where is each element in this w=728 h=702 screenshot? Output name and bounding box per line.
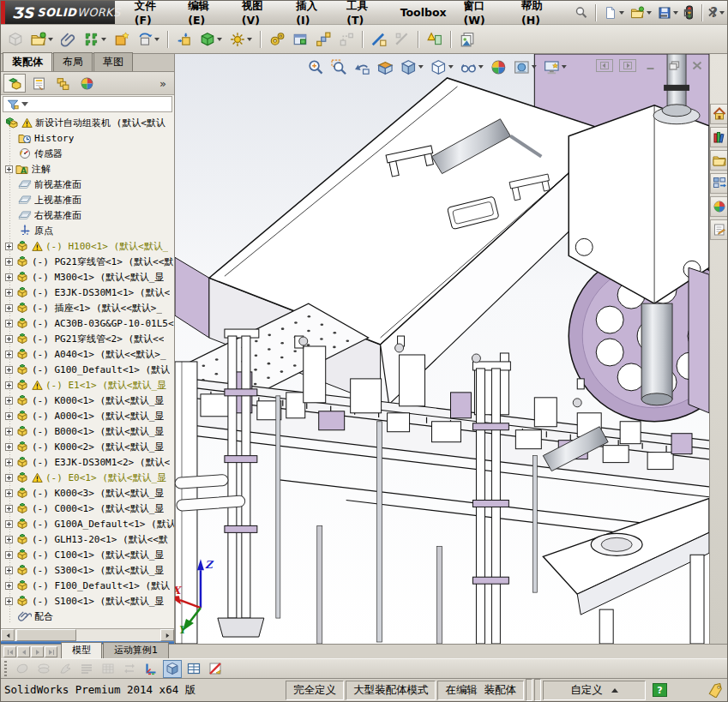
expander-icon[interactable] xyxy=(5,597,13,605)
tree-item-component[interactable]: (-) M300<1> (默认<默认_显 xyxy=(3,269,174,285)
minimize-button[interactable] xyxy=(655,5,674,20)
dropdown-caret[interactable] xyxy=(478,65,483,69)
tree-item-component[interactable]: (-) A040<1> (默认<<默认>_ xyxy=(3,346,174,362)
new-window-button[interactable] xyxy=(289,27,311,51)
tree-item-component[interactable]: (-) A000<1> (默认<默认_显 xyxy=(3,408,174,423)
expander-icon[interactable] xyxy=(5,165,13,173)
tree-item-component[interactable]: (-) E0<1> (默认<默认_显 xyxy=(3,470,174,485)
featuremanager-tab[interactable] xyxy=(3,74,26,93)
expander-icon[interactable] xyxy=(5,335,13,343)
solidworks-resources-button[interactable] xyxy=(710,104,727,124)
doc-close-button[interactable] xyxy=(689,59,706,72)
section-view-button[interactable] xyxy=(374,57,395,77)
dropdown-caret[interactable] xyxy=(217,38,222,41)
toolbar-grip[interactable] xyxy=(4,661,7,676)
expander-icon[interactable] xyxy=(5,258,13,266)
view-settings-button[interactable] xyxy=(540,57,569,77)
expander-icon[interactable] xyxy=(5,320,13,327)
playback-lines-button[interactable] xyxy=(77,660,96,678)
study-tab[interactable]: 运动算例1 xyxy=(103,642,169,658)
expander-icon[interactable] xyxy=(5,551,13,559)
tree-item-component[interactable]: (-) PG21穿线管<2> (默认<< xyxy=(3,331,174,346)
tree-item-origin[interactable]: 原点 xyxy=(3,223,174,238)
tab-scroll-prev-button[interactable] xyxy=(17,646,30,657)
custom-units-selector[interactable]: 自定义 xyxy=(543,681,646,700)
scroll-left-button[interactable] xyxy=(1,629,15,641)
tree-item-right-plane[interactable]: 右视基准面 xyxy=(3,207,174,223)
dropdown-caret[interactable] xyxy=(448,65,453,69)
component-pattern-button[interactable] xyxy=(81,27,110,51)
tree-item-top-plane[interactable]: 上视基准面 xyxy=(3,192,174,207)
dropdown-caret[interactable] xyxy=(647,11,652,15)
mate-button[interactable] xyxy=(57,27,80,51)
dropdown-caret[interactable] xyxy=(561,65,566,69)
tree-item-annotations[interactable]: A 注解 xyxy=(3,161,174,177)
panel-tab[interactable]: 装配体 xyxy=(3,52,52,71)
tree-item-component[interactable]: (-) K000<2> (默认<默认_显 xyxy=(3,439,174,454)
doc-minimize-button[interactable] xyxy=(642,59,659,72)
expander-icon[interactable] xyxy=(5,582,13,590)
view-palette-button[interactable] xyxy=(710,173,727,194)
tree-item-component[interactable]: (-) AC30B-03G&GP-10-01L5< xyxy=(3,315,174,331)
dropdown-caret[interactable] xyxy=(531,65,536,69)
menu-item[interactable]: 工具(T) xyxy=(339,0,390,29)
tree-root[interactable]: 新设计自动组装机 (默认<默认 xyxy=(3,115,174,130)
exploded-view-button[interactable] xyxy=(312,27,334,51)
tree-horizontal-scrollbar[interactable] xyxy=(1,628,174,641)
tree-item-component[interactable]: (-) G100_Default<1> (默认 xyxy=(3,362,174,377)
assembly-features-button[interactable] xyxy=(196,27,226,51)
tree-item-component[interactable]: (-) E1<1> (默认<默认_显 xyxy=(3,377,174,393)
expander-icon[interactable] xyxy=(5,536,13,543)
tree-item-history[interactable]: History xyxy=(3,130,174,146)
smart-fasteners-button[interactable] xyxy=(226,27,256,51)
displaymanager-tab[interactable] xyxy=(75,74,98,93)
scrollbar-thumb[interactable] xyxy=(16,629,76,641)
dropdown-caret[interactable] xyxy=(619,11,624,15)
expander-icon[interactable] xyxy=(5,489,13,497)
expander-icon[interactable] xyxy=(5,412,13,420)
tree-item-component[interactable]: (-) H100<1> (默认<默认_ xyxy=(3,238,174,254)
search-button[interactable] xyxy=(572,3,591,22)
menu-item[interactable]: 编辑(E) xyxy=(180,0,232,29)
expander-icon[interactable] xyxy=(5,304,13,312)
doc-restore-button[interactable] xyxy=(665,59,683,72)
filter-caret[interactable] xyxy=(21,102,28,106)
new-document-button[interactable] xyxy=(601,3,627,22)
expander-icon[interactable] xyxy=(5,381,13,389)
dropdown-caret[interactable] xyxy=(48,38,53,41)
3d-model-canvas[interactable]: Z X Y xyxy=(175,54,709,644)
dropdown-caret[interactable] xyxy=(101,38,106,41)
tree-item-component[interactable]: (-) B000<1> (默认<默认_显 xyxy=(3,423,174,439)
tree-item-component[interactable]: (-) 插座<1> (默认<<默认>_ xyxy=(3,300,174,315)
orientation-lock-button[interactable] xyxy=(141,660,160,678)
display-style-button[interactable] xyxy=(427,57,455,77)
file-explorer-button[interactable] xyxy=(710,150,727,171)
expander-icon[interactable] xyxy=(5,366,13,374)
tree-filter[interactable] xyxy=(3,96,172,112)
tree-item-component[interactable]: (-) G100A_Default<1> (默认 xyxy=(3,516,174,531)
tree-item-component[interactable]: (-) E3JK-DS30M1<2> (默认< xyxy=(3,454,174,470)
photoview-button[interactable] xyxy=(456,27,478,51)
previous-view-button[interactable] xyxy=(351,57,372,77)
tab-scroll-next-button[interactable] xyxy=(31,646,44,657)
tree-item-component[interactable]: (-) F100_Default<1> (默认 xyxy=(3,578,174,593)
tree-item-component[interactable]: (-) K000<1> (默认<默认_显 xyxy=(3,393,174,408)
calculate-button[interactable] xyxy=(34,660,53,678)
quick-tips-button[interactable]: ? xyxy=(653,683,667,697)
expander-icon[interactable] xyxy=(5,474,13,482)
animation-wizard-button[interactable] xyxy=(13,660,32,678)
panel-tab[interactable]: 布局 xyxy=(53,52,93,71)
expander-icon[interactable] xyxy=(5,567,13,574)
tag-button[interactable] xyxy=(707,683,724,698)
design-library-button[interactable] xyxy=(710,127,727,147)
graphics-viewport[interactable]: Z X Y xyxy=(175,54,709,644)
panel-tab[interactable]: 草图 xyxy=(93,52,133,71)
interference-detection-button[interactable] xyxy=(424,27,446,51)
dropdown-caret[interactable] xyxy=(154,38,159,41)
tree-item-component[interactable]: (-) PG21穿线管<1> (默认<<默 xyxy=(3,254,174,269)
expander-icon[interactable] xyxy=(5,351,13,358)
tree-item-mates[interactable]: 配合 xyxy=(3,609,174,624)
expander-icon[interactable] xyxy=(5,443,13,451)
tree-item-component[interactable]: (-) E3JK-DS30M1<1> (默认< xyxy=(3,285,174,300)
scroll-right-button[interactable] xyxy=(160,629,174,641)
